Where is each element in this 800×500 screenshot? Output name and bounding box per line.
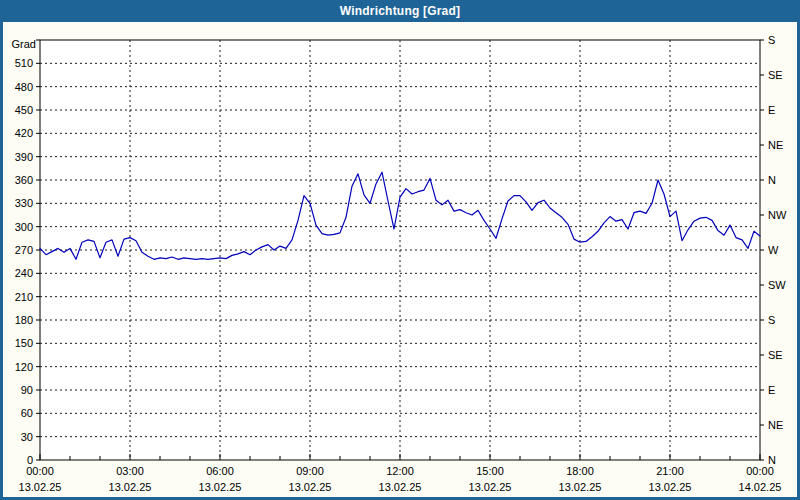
y-tick-label: 180 <box>15 314 33 326</box>
x-date-label: 13.02.25 <box>469 481 512 493</box>
x-date-label: 13.02.25 <box>289 481 332 493</box>
x-time-label: 12:00 <box>386 465 414 477</box>
compass-tick-label: S <box>768 314 775 326</box>
compass-tick-label: NW <box>768 209 787 221</box>
x-date-label: 14.02.25 <box>739 481 782 493</box>
x-date-label: 13.02.25 <box>199 481 242 493</box>
y-tick-label: 210 <box>15 291 33 303</box>
y-tick-label: 390 <box>15 151 33 163</box>
x-time-label: 06:00 <box>206 465 234 477</box>
y-axis-unit-label: Grad <box>12 38 36 50</box>
y-tick-label: 480 <box>15 81 33 93</box>
compass-tick-label: E <box>768 384 775 396</box>
compass-tick-label: S <box>768 34 775 46</box>
x-date-label: 13.02.25 <box>649 481 692 493</box>
y-tick-label: 270 <box>15 244 33 256</box>
y-tick-label: 510 <box>15 57 33 69</box>
y-tick-label: 420 <box>15 127 33 139</box>
compass-tick-label: N <box>768 174 776 186</box>
x-date-label: 13.02.25 <box>559 481 602 493</box>
x-time-label: 03:00 <box>116 465 144 477</box>
x-time-label: 18:00 <box>566 465 594 477</box>
y-tick-label: 300 <box>15 221 33 233</box>
x-time-label: 15:00 <box>476 465 504 477</box>
compass-tick-label: NE <box>768 139 783 151</box>
x-time-label: 00:00 <box>26 465 54 477</box>
y-tick-label: 360 <box>15 174 33 186</box>
x-time-label: 21:00 <box>656 465 684 477</box>
compass-tick-label: SW <box>768 279 786 291</box>
compass-tick-label: W <box>768 244 779 256</box>
x-date-label: 13.02.25 <box>379 481 422 493</box>
compass-tick-label: E <box>768 104 775 116</box>
y-tick-label: 150 <box>15 337 33 349</box>
compass-tick-label: NE <box>768 419 783 431</box>
x-time-label: 09:00 <box>296 465 324 477</box>
chart-title: Windrichtung [Grad] <box>340 4 460 18</box>
y-tick-label: 60 <box>21 407 33 419</box>
y-tick-label: 330 <box>15 197 33 209</box>
y-tick-label: 30 <box>21 431 33 443</box>
chart-window: Windrichtung [Grad] Grad0306090120150180… <box>0 0 800 500</box>
y-tick-label: 120 <box>15 361 33 373</box>
y-tick-label: 240 <box>15 267 33 279</box>
x-time-label: 00:00 <box>746 465 774 477</box>
compass-tick-label: SE <box>768 69 783 81</box>
chart-area: Grad030609012015018021024027030033036039… <box>3 22 797 497</box>
wind-direction-chart: Grad030609012015018021024027030033036039… <box>3 22 797 497</box>
x-date-label: 13.02.25 <box>109 481 152 493</box>
compass-tick-label: SE <box>768 349 783 361</box>
title-bar: Windrichtung [Grad] <box>3 0 797 22</box>
y-tick-label: 90 <box>21 384 33 396</box>
y-tick-label: 450 <box>15 104 33 116</box>
x-date-label: 13.02.25 <box>19 481 62 493</box>
